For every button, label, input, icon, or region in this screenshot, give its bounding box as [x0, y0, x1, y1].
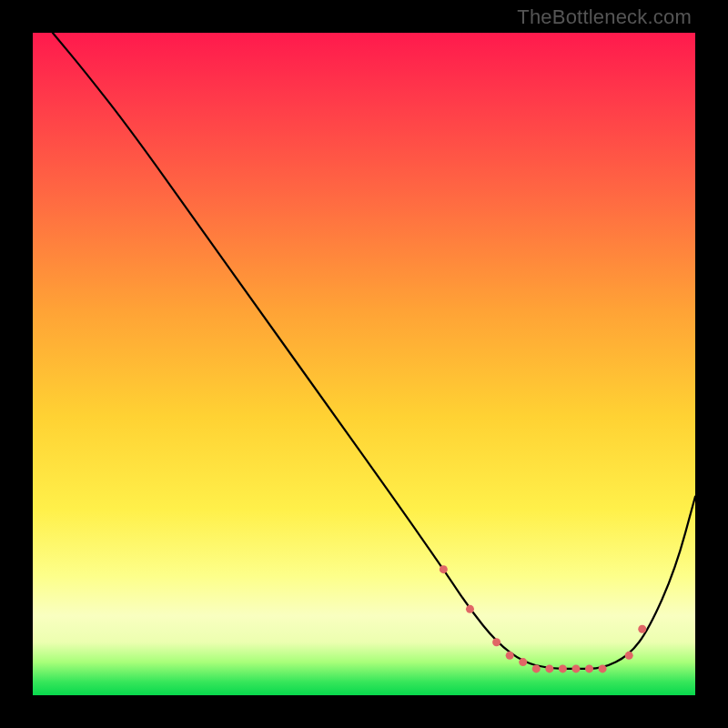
marker-dot — [532, 664, 541, 672]
marker-dot — [585, 664, 593, 672]
bottleneck-curve — [53, 33, 695, 669]
marker-dot — [638, 625, 646, 633]
marker-dot — [492, 638, 500, 646]
marker-dot — [466, 605, 474, 613]
marker-dot — [559, 664, 567, 672]
marker-dot — [519, 658, 527, 666]
marker-dot — [599, 664, 607, 672]
marker-dot — [440, 565, 448, 573]
marker-dot — [506, 652, 514, 660]
chart-svg — [33, 33, 695, 695]
marker-dot — [625, 652, 633, 660]
chart-frame — [33, 33, 695, 695]
flat-region-markers — [440, 565, 646, 672]
marker-dot — [545, 664, 553, 672]
watermark-text: TheBottleneck.com — [517, 5, 692, 29]
marker-dot — [571, 664, 580, 672]
